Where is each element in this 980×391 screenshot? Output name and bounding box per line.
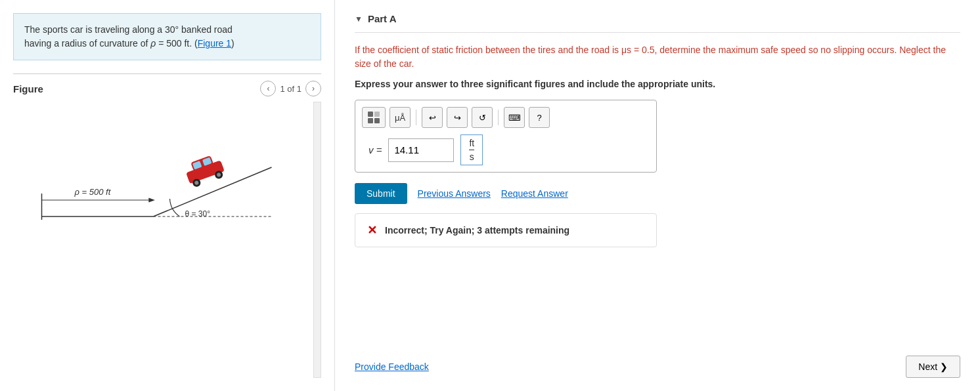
- incorrect-text: Incorrect; Try Again; 3 attempts remaini…: [385, 225, 569, 236]
- undo-button[interactable]: ↩: [422, 107, 443, 128]
- figure-prev-btn[interactable]: ‹: [260, 81, 276, 96]
- unit-numerator: ft: [469, 138, 474, 150]
- figure-counter: 1 of 1: [280, 84, 301, 94]
- unit-denominator: s: [469, 150, 474, 162]
- matrix-button[interactable]: [362, 107, 386, 128]
- collapse-icon[interactable]: ▼: [355, 14, 363, 24]
- toolbar-sep-1: [416, 110, 416, 125]
- answer-row: v = ft s: [368, 134, 650, 165]
- figure-content: ρ = 500 ft θ = 30°: [13, 102, 313, 261]
- figure-next-btn[interactable]: ›: [305, 81, 321, 96]
- math-toolbar: μÅ ↩ ↪ ↺ ⌨ ?: [362, 107, 650, 128]
- question-text: If the coefficient of static friction be…: [355, 43, 960, 71]
- problem-text-1: The sports car is traveling along a 30° …: [24, 24, 233, 35]
- problem-text-2: having a radius of curvature of: [24, 38, 150, 49]
- left-panel: The sports car is traveling along a 30° …: [0, 0, 335, 391]
- matrix-cell-4: [374, 118, 380, 123]
- figure-header: Figure ‹ 1 of 1 ›: [13, 73, 321, 96]
- bottom-row: Provide Feedback Next ❯: [355, 356, 960, 378]
- submit-row: Submit Previous Answers Request Answer: [355, 183, 960, 204]
- answer-input[interactable]: [388, 138, 454, 162]
- toolbar-sep-2: [498, 110, 499, 125]
- matrix-cell-1: [368, 112, 373, 117]
- figure-nav: ‹ 1 of 1 ›: [260, 81, 321, 96]
- help-button[interactable]: ?: [529, 107, 550, 128]
- figure-label: Figure: [13, 83, 254, 94]
- figure-link[interactable]: Figure 1: [198, 38, 231, 49]
- mu-button[interactable]: μÅ: [390, 107, 411, 128]
- unit-fraction: ft s: [460, 134, 483, 165]
- matrix-cell-3: [368, 118, 373, 123]
- problem-box: The sports car is traveling along a 30° …: [13, 13, 321, 60]
- x-icon: ✕: [367, 223, 377, 237]
- math-input-container: μÅ ↩ ↪ ↺ ⌨ ? v = ft s: [355, 100, 657, 173]
- matrix-cell-2: [374, 112, 380, 117]
- provide-feedback-link[interactable]: Provide Feedback: [355, 361, 429, 372]
- part-title: Part A: [368, 13, 397, 24]
- redo-button[interactable]: ↪: [447, 107, 468, 128]
- refresh-button[interactable]: ↺: [472, 107, 493, 128]
- next-button[interactable]: Next ❯: [906, 356, 960, 378]
- svg-text:ρ = 500 ft: ρ = 500 ft: [74, 187, 112, 197]
- figure-scroll-area: ρ = 500 ft θ = 30°: [13, 102, 321, 378]
- express-text: Express your answer to three significant…: [355, 79, 960, 89]
- svg-text:θ = 30°: θ = 30°: [185, 209, 211, 218]
- right-panel: ▼ Part A If the coefficient of static fr…: [335, 0, 980, 391]
- scroll-bar[interactable]: [313, 102, 321, 378]
- previous-answers-link[interactable]: Previous Answers: [418, 188, 491, 199]
- v-equals-label: v =: [368, 144, 382, 155]
- diagram-svg: ρ = 500 ft θ = 30°: [20, 115, 300, 246]
- request-answer-link[interactable]: Request Answer: [501, 188, 568, 199]
- incorrect-box: ✕ Incorrect; Try Again; 3 attempts remai…: [355, 213, 657, 247]
- rho-symbol: ρ = 500 ft. (: [150, 38, 197, 49]
- submit-button[interactable]: Submit: [355, 183, 407, 204]
- part-header: ▼ Part A: [355, 13, 960, 33]
- keyboard-button[interactable]: ⌨: [504, 107, 525, 128]
